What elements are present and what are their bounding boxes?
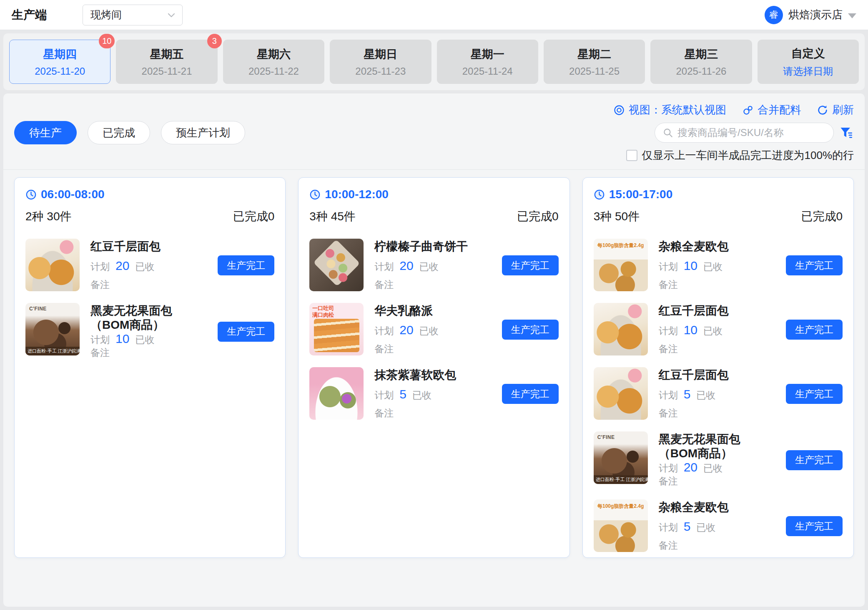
product-info: 抹茶紫薯软欧包 计划 5 已收 备注 [374, 367, 491, 421]
received-label: 已收 [419, 325, 439, 338]
plan-row: 计划 10 已收 [659, 259, 775, 273]
production-done-button[interactable]: 生产完工 [786, 255, 843, 275]
day-tab[interactable]: 10 星期四 2025-11-20 [9, 40, 110, 84]
view-switcher[interactable]: 视图：系统默认视图 [613, 103, 726, 117]
plan-row: 计划 10 已收 [659, 323, 775, 338]
merge-ingredients-button[interactable]: 合并配料 [742, 103, 801, 117]
slot-completed: 已完成0 [233, 209, 275, 224]
toolbar: 视图：系统默认视图 合并配料 刷新 [613, 103, 854, 117]
remark-label[interactable]: 备注 [659, 475, 775, 488]
plan-row: 计划 20 已收 [374, 323, 491, 338]
workshop-select[interactable]: 现烤间 [83, 5, 183, 25]
remark-label[interactable]: 备注 [659, 278, 775, 291]
product-row: 红豆千层面包 计划 10 已收 备注 生产完工 [594, 303, 843, 356]
remark-label[interactable]: 备注 [374, 407, 491, 420]
production-done-button[interactable]: 生产完工 [218, 322, 274, 342]
time-slot-header: 10:00-12:00 [309, 188, 558, 201]
received-label: 已收 [703, 325, 722, 338]
search-input[interactable] [677, 127, 826, 139]
chevron-down-icon [166, 10, 176, 20]
day-tab[interactable]: 自定义 请选择日期 [758, 40, 859, 84]
plan-row: 计划 20 已收 [659, 460, 775, 475]
product-row: 红豆千层面包 计划 20 已收 备注 生产完工 [25, 239, 274, 292]
filter-icon[interactable] [839, 125, 854, 140]
received-label: 已收 [703, 260, 722, 273]
day-tab[interactable]: 星期六 2025-11-22 [223, 40, 324, 84]
tab-weekday: 星期三 [684, 47, 718, 62]
production-done-button[interactable]: 生产完工 [786, 516, 843, 536]
checkbox-label: 仅显示上一车间半成品完工进度为100%的行 [642, 148, 854, 163]
clock-icon [25, 189, 37, 200]
remark-label[interactable]: 备注 [659, 539, 775, 552]
status-filter-tab[interactable]: 已完成 [88, 121, 150, 144]
product-image: 每100g脂肪含量2.4g [594, 239, 648, 291]
product-row: 红豆千层面包 计划 5 已收 备注 生产完工 [594, 367, 843, 421]
day-tab[interactable]: 星期一 2025-11-24 [437, 40, 538, 84]
plan-qty: 10 [684, 323, 697, 337]
thumb-brand-text: C'FINE [29, 306, 47, 312]
remark-label[interactable]: 备注 [374, 278, 491, 291]
day-tab[interactable]: 3 星期五 2025-11-21 [116, 40, 217, 84]
remark-label[interactable]: 备注 [659, 343, 775, 355]
production-done-button[interactable]: 生产完工 [502, 384, 559, 404]
remark-label[interactable]: 备注 [374, 343, 491, 355]
received-label: 已收 [696, 521, 715, 534]
day-tab[interactable]: 星期二 2025-11-25 [544, 40, 645, 84]
main-panel: 待生产已完成预生产计划 视图：系统默认视图 [3, 93, 865, 607]
production-done-button[interactable]: 生产完工 [786, 320, 843, 340]
plan-label: 计划 [659, 521, 678, 534]
received-label: 已收 [703, 462, 722, 475]
product-list: 红豆千层面包 计划 20 已收 备注 生产完工 C'FINE 进口面粉·手工 江… [25, 228, 274, 360]
received-label: 已收 [135, 260, 154, 273]
production-done-button[interactable]: 生产完工 [502, 255, 559, 275]
plan-label: 计划 [659, 462, 678, 475]
plan-qty: 5 [684, 519, 691, 534]
production-done-button[interactable]: 生产完工 [786, 384, 843, 404]
search-row [655, 123, 854, 143]
tab-date: 2025-11-20 [35, 66, 85, 77]
tab-date: 2025-11-23 [355, 66, 406, 77]
plan-row: 计划 5 已收 [659, 387, 775, 402]
product-row: C'FINE 进口面粉·手工 江浙沪皖满88包邮 黑麦无花果面包（BOM商品） … [594, 431, 843, 489]
refresh-button[interactable]: 刷新 [817, 103, 854, 117]
product-name: 红豆千层面包 [659, 304, 775, 318]
product-row: 每100g脂肪含量2.4g 杂粮全麦欧包 计划 5 已收 备注 生产完工 [594, 499, 843, 553]
page-title: 生产端 [12, 7, 47, 23]
product-row: 每100g脂肪含量2.4g 杂粮全麦欧包 计划 10 已收 备注 生产完工 [594, 239, 843, 292]
tab-weekday: 自定义 [791, 46, 825, 61]
slot-summary-row: 3种 45件 已完成0 [309, 209, 558, 224]
product-info: 杂粮全麦欧包 计划 10 已收 备注 [659, 239, 775, 292]
production-done-button[interactable]: 生产完工 [218, 255, 274, 275]
store-name: 烘焙演示店 [788, 8, 843, 22]
production-done-button[interactable]: 生产完工 [786, 450, 843, 470]
account-menu[interactable]: 睿 烘焙演示店 [765, 6, 856, 24]
plan-row: 计划 10 已收 [90, 332, 207, 346]
product-name: 黑麦无花果面包（BOM商品） [90, 304, 207, 332]
production-app: 生产端 现烤间 睿 烘焙演示店 10 星期四 2025-11-20 3 星期五 … [0, 0, 868, 610]
plan-label: 计划 [374, 389, 394, 402]
remark-label[interactable]: 备注 [659, 407, 775, 420]
thumb-caption-text: 每100g脂肪含量2.4g [594, 503, 648, 510]
workshop-select-value: 现烤间 [90, 8, 122, 22]
production-done-button[interactable]: 生产完工 [502, 320, 559, 340]
clock-icon [594, 189, 605, 200]
filter-right-stack: 视图：系统默认视图 合并配料 刷新 [613, 103, 854, 163]
progress-filter-checkbox[interactable]: 仅显示上一车间半成品完工进度为100%的行 [626, 148, 854, 163]
tab-badge: 3 [207, 34, 222, 48]
top-bar: 生产端 现烤间 睿 烘焙演示店 [0, 0, 868, 30]
plan-label: 计划 [374, 260, 394, 273]
product-image [25, 239, 80, 291]
status-filter-tab[interactable]: 待生产 [14, 121, 77, 144]
product-row: 抹茶紫薯软欧包 计划 5 已收 备注 生产完工 [309, 367, 558, 421]
tab-date: 2025-11-26 [676, 66, 726, 77]
product-list: 柠檬榛子曲奇饼干 计划 20 已收 备注 生产完工 一口吐司 满口肉松 华夫乳酪… [309, 228, 558, 421]
remark-label[interactable]: 备注 [90, 278, 207, 291]
remark-label[interactable]: 备注 [90, 346, 207, 359]
product-info: 红豆千层面包 计划 20 已收 备注 [90, 239, 207, 292]
status-filter-tab[interactable]: 预生产计划 [161, 121, 245, 144]
plan-qty: 20 [115, 259, 129, 273]
day-tab[interactable]: 星期日 2025-11-23 [330, 40, 431, 84]
day-tab[interactable]: 星期三 2025-11-26 [650, 40, 752, 84]
product-name: 抹茶紫薯软欧包 [374, 368, 491, 382]
search-box [655, 123, 834, 143]
